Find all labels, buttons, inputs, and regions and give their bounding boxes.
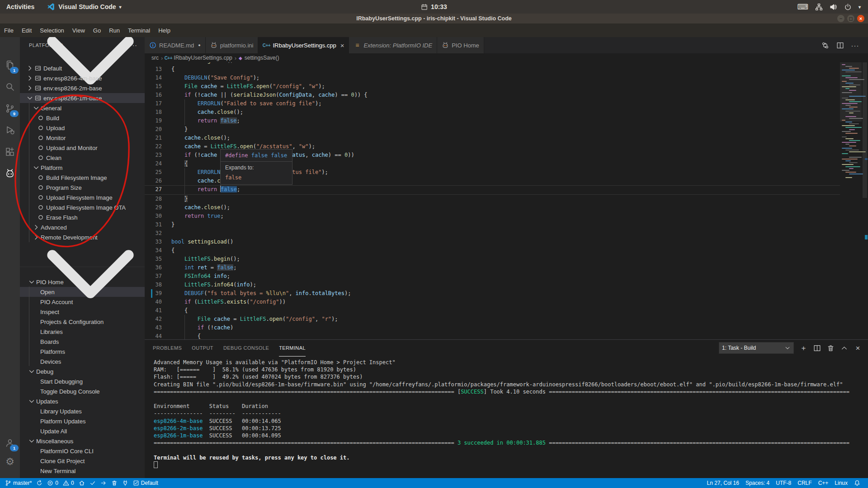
- more-actions-icon[interactable]: ···: [851, 42, 859, 49]
- menu-selection[interactable]: Selection: [36, 23, 68, 37]
- status-notifications-bell[interactable]: [851, 478, 863, 488]
- menu-view[interactable]: View: [68, 23, 89, 37]
- breadcrumb-item-symbol[interactable]: settingsSave(): [245, 55, 279, 61]
- close-panel-icon[interactable]: ×: [854, 344, 862, 352]
- tree-item-library-updates[interactable]: Library Updates: [20, 406, 145, 416]
- code-editor[interactable]: 12bool settingsSave()13{14 DEBUGLN("Save…: [145, 62, 868, 339]
- code-line-44[interactable]: 44 {: [145, 332, 840, 339]
- section-header-project-tasks[interactable]: PROJECT TASKS: [20, 53, 145, 63]
- breadcrumb[interactable]: src › C++ IRbabyUserSettings.cpp › ◆ set…: [145, 53, 868, 62]
- status-pio-build[interactable]: [87, 478, 98, 488]
- code-line-29[interactable]: 29 cache.close();: [145, 203, 840, 212]
- code-line-32[interactable]: 32: [145, 229, 840, 238]
- menu-run[interactable]: Run: [105, 23, 124, 37]
- code-line-27[interactable]: 27 return false;: [145, 185, 840, 195]
- status-eol[interactable]: CRLF: [794, 478, 815, 488]
- keyboard-icon[interactable]: ⌨: [797, 2, 808, 12]
- tree-item-platformio-core-cli[interactable]: PlatformIO Core CLI: [20, 446, 145, 456]
- code-line-28[interactable]: 28 }: [145, 195, 840, 203]
- tree-item-miscellaneous[interactable]: Miscellaneous: [20, 436, 145, 446]
- tree-item-update-all[interactable]: Update All: [20, 426, 145, 436]
- editor-scrollbar[interactable]: [862, 62, 868, 339]
- maximize-panel-icon[interactable]: [840, 344, 848, 352]
- tree-item-clean[interactable]: Clean: [20, 153, 145, 163]
- code-line-42[interactable]: 42 File cache = LittleFS.open("/config",…: [145, 315, 840, 324]
- status-serial-monitor[interactable]: [120, 478, 131, 488]
- tree-item-platform[interactable]: Platform: [20, 163, 145, 173]
- panel-tab-problems[interactable]: PROBLEMS: [153, 340, 182, 357]
- volume-icon[interactable]: [830, 3, 837, 11]
- code-line-19[interactable]: 19 return false;: [145, 117, 840, 125]
- code-line-30[interactable]: 30 return true;: [145, 212, 840, 221]
- code-line-37[interactable]: 37 FSInfo64 info;: [145, 272, 840, 281]
- tree-item-devices[interactable]: Devices: [20, 357, 145, 366]
- activity-item-search[interactable]: [0, 78, 20, 96]
- panel-tab-terminal[interactable]: TERMINAL: [279, 340, 306, 357]
- close-button[interactable]: ×: [857, 15, 864, 22]
- tree-item-upload-filesystem-image[interactable]: Upload Filesystem Image: [20, 192, 145, 202]
- code-line-43[interactable]: 43 if (!cache): [145, 324, 840, 332]
- tree-item-platforms[interactable]: Platforms: [20, 347, 145, 357]
- menu-edit[interactable]: Edit: [18, 23, 36, 37]
- tree-item-start-debugging[interactable]: Start Debugging: [20, 376, 145, 386]
- code-line-38[interactable]: 38 LittleFS.info64(info);: [145, 281, 840, 289]
- activity-item-explorer[interactable]: 1: [0, 56, 20, 74]
- tab-platformio-ini[interactable]: platformio.ini: [206, 37, 259, 53]
- kill-terminal-icon[interactable]: [827, 344, 835, 352]
- new-terminal-icon[interactable]: +: [800, 344, 807, 352]
- network-icon[interactable]: [815, 3, 823, 11]
- activity-item-run-debug[interactable]: [0, 121, 20, 139]
- status-indentation[interactable]: Spaces: 4: [742, 478, 773, 488]
- code-line-18[interactable]: 18 cache.close();: [145, 108, 840, 117]
- menu-terminal[interactable]: Terminal: [124, 23, 154, 37]
- code-line-40[interactable]: 40 if (LittleFS.exists("/config")): [145, 298, 840, 306]
- compare-changes-icon[interactable]: [821, 42, 829, 49]
- maximize-button[interactable]: ◻: [847, 15, 854, 22]
- code-line-20[interactable]: 20 }: [145, 125, 840, 134]
- status-sync[interactable]: [34, 478, 45, 488]
- panel-tab-debug-console[interactable]: DEBUG CONSOLE: [223, 340, 269, 357]
- code-line-41[interactable]: 41 {: [145, 306, 840, 315]
- status-errors[interactable]: 0: [45, 478, 61, 488]
- code-line-33[interactable]: 33bool settingsLoad(): [145, 238, 840, 246]
- tree-item-updates[interactable]: Updates: [20, 396, 145, 406]
- breadcrumb-item-src[interactable]: src: [151, 55, 159, 61]
- tree-item-upload-and-monitor[interactable]: Upload and Monitor: [20, 143, 145, 153]
- status-encoding[interactable]: UTF-8: [773, 478, 794, 488]
- tree-item-platform-updates[interactable]: Platform Updates: [20, 416, 145, 426]
- split-terminal-icon[interactable]: [813, 344, 821, 352]
- code-line-17[interactable]: 17 ERRORLN("Failed to save config file")…: [145, 99, 840, 108]
- code-line-39[interactable]: 39 DEBUGF("fs total bytes = %llu\n", inf…: [145, 289, 840, 298]
- activity-item-account[interactable]: 1: [0, 434, 20, 452]
- code-line-35[interactable]: 35 LittleFS.begin();: [145, 255, 840, 263]
- clock[interactable]: 10:33: [421, 3, 447, 10]
- status-cursor-position[interactable]: Ln 27, Col 16: [704, 478, 742, 488]
- code-line-15[interactable]: 15 File cache = LittleFS.open("/config",…: [145, 82, 840, 91]
- activity-item-settings[interactable]: ⚙: [0, 453, 20, 471]
- activity-item-extensions[interactable]: [0, 143, 20, 161]
- status-pio-upload[interactable]: [98, 478, 109, 488]
- menu-go[interactable]: Go: [89, 23, 105, 37]
- tab-irbabyusersettings-cpp[interactable]: C++IRbabyUserSettings.cpp×: [258, 37, 349, 53]
- minimap[interactable]: [840, 62, 862, 339]
- tab-extension-platformio-ide[interactable]: ≡Extension: PlatformIO IDE: [349, 37, 437, 53]
- tab-readme-md[interactable]: README.md●: [145, 37, 206, 53]
- tree-item-build-filesystem-image[interactable]: Build Filesystem Image: [20, 173, 145, 183]
- code-line-21[interactable]: 21 cache.close();: [145, 134, 840, 142]
- code-line-31[interactable]: 31}: [145, 221, 840, 229]
- menu-file[interactable]: File: [0, 23, 18, 37]
- code-line-34[interactable]: 34{: [145, 246, 840, 255]
- tree-item-debug[interactable]: Debug: [20, 366, 145, 376]
- code-line-13[interactable]: 13{: [145, 65, 840, 74]
- tree-item-program-size[interactable]: Program Size: [20, 183, 145, 192]
- tab-pio-home[interactable]: PIO Home: [437, 37, 484, 53]
- minimize-button[interactable]: −: [837, 15, 844, 22]
- split-editor-icon[interactable]: [836, 42, 844, 49]
- code-line-16[interactable]: 16 if (!cache || (serializeJson(ConfigDa…: [145, 91, 840, 99]
- status-warnings[interactable]: 0: [61, 478, 76, 488]
- close-icon[interactable]: ×: [340, 42, 344, 49]
- tree-item-clone-git-project[interactable]: Clone Git Project: [20, 456, 145, 466]
- tree-item-new-terminal[interactable]: New Terminal: [20, 466, 145, 476]
- status-remote-os[interactable]: Linux: [831, 478, 851, 488]
- scrollbar-thumb[interactable]: [863, 62, 867, 198]
